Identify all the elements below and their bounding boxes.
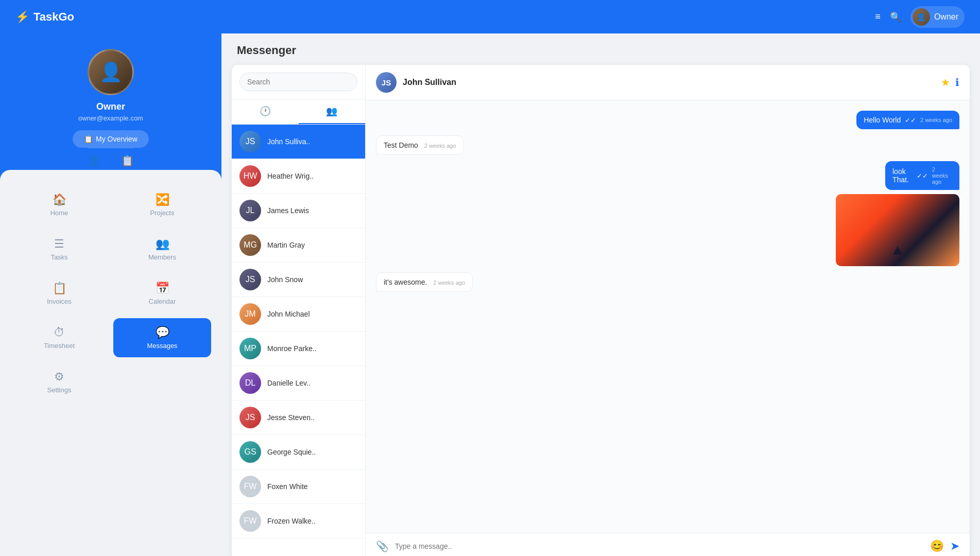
header-right: ≡ 🔍 👤 Owner bbox=[875, 6, 965, 28]
contact-avatar: HW bbox=[239, 165, 261, 187]
contact-avatar: JL bbox=[239, 200, 261, 221]
nav-invoices-label: Invoices bbox=[47, 298, 72, 305]
header-avatar: 👤 bbox=[913, 8, 930, 26]
sidebar-nav: 🏠 Home 🔀 Projects ☰ Tasks 👥 Members 📋 In… bbox=[0, 170, 221, 556]
chat-contact-name: John Sullivan bbox=[403, 78, 456, 87]
logo-icon: ⚡ bbox=[15, 10, 29, 24]
msg-time: 2 weeks ago bbox=[424, 143, 456, 149]
contact-avatar: FW bbox=[239, 510, 261, 532]
sidebar-profile: 👤 Owner owner@example.com 📋 My Overview … bbox=[0, 33, 221, 188]
contact-foxen[interactable]: FW Foxen White bbox=[232, 470, 365, 504]
nav-settings[interactable]: ⚙ Settings bbox=[10, 362, 108, 402]
home-icon: 🏠 bbox=[53, 193, 66, 206]
msg-text: it's awesome. bbox=[384, 278, 427, 286]
message-received-2: it's awesome. 2 weeks ago bbox=[376, 272, 959, 292]
contact-george[interactable]: GS George Squie.. bbox=[232, 435, 365, 470]
search-input[interactable] bbox=[239, 73, 357, 91]
nav-messages-label: Messages bbox=[147, 342, 177, 350]
contact-tabs: 🕐 👥 bbox=[232, 99, 365, 125]
tab-contacts[interactable]: 👥 bbox=[299, 99, 366, 124]
contact-avatar: JS bbox=[239, 407, 261, 428]
chat-input-area: 📎 😊 ➤ bbox=[366, 533, 970, 556]
contact-name: Frozen Walke.. bbox=[267, 517, 316, 525]
chat-header: JS John Sullivan ★ ℹ bbox=[366, 65, 970, 100]
tab-recent[interactable]: 🕐 bbox=[232, 99, 299, 124]
contact-panel: 🕐 👥 JS John Sulliva.. HW Heather Wrig.. … bbox=[232, 65, 366, 556]
nav-projects-label: Projects bbox=[150, 209, 175, 217]
attach-icon[interactable]: 📎 bbox=[376, 540, 389, 552]
contact-avatar: GS bbox=[239, 441, 261, 463]
nav-home-label: Home bbox=[50, 209, 68, 217]
message-input[interactable] bbox=[395, 542, 924, 550]
contact-avatar: DL bbox=[239, 372, 261, 394]
nav-invoices[interactable]: 📋 Invoices bbox=[10, 274, 108, 313]
overview-icon: 📋 bbox=[84, 135, 93, 143]
nav-tasks-label: Tasks bbox=[50, 253, 67, 261]
nav-projects[interactable]: 🔀 Projects bbox=[113, 185, 211, 224]
message-sent-1: Hello World ✓✓ 2 weeks ago bbox=[376, 111, 959, 129]
received-bubble: it's awesome. 2 weeks ago bbox=[376, 272, 473, 292]
contact-list: JS John Sulliva.. HW Heather Wrig.. JL J… bbox=[232, 125, 365, 556]
nav-members[interactable]: 👥 Members bbox=[113, 230, 211, 269]
messenger-container: 🕐 👥 JS John Sulliva.. HW Heather Wrig.. … bbox=[232, 65, 970, 556]
nav-timesheet[interactable]: ⏱ Timesheet bbox=[10, 318, 108, 357]
nav-calendar-label: Calendar bbox=[149, 298, 176, 305]
contact-john-sullivan[interactable]: JS John Sulliva.. bbox=[232, 125, 365, 159]
contact-martin[interactable]: MG Martin Gray bbox=[232, 228, 365, 263]
profile-avatar: 👤 bbox=[88, 49, 134, 95]
contact-avatar: JS bbox=[239, 131, 261, 152]
contact-name: Monroe Parke.. bbox=[267, 344, 317, 353]
overview-button[interactable]: 📋 My Overview bbox=[73, 130, 149, 148]
search-box bbox=[232, 65, 365, 99]
nav-timesheet-label: Timesheet bbox=[44, 342, 75, 350]
sent-bubble: Hello World ✓✓ 2 weeks ago bbox=[856, 111, 959, 129]
contact-monroe[interactable]: MP Monroe Parke.. bbox=[232, 332, 365, 366]
contact-name: George Squie.. bbox=[267, 448, 316, 456]
nav-calendar[interactable]: 📅 Calendar bbox=[113, 274, 211, 313]
contact-john-michael[interactable]: JM John Michael bbox=[232, 297, 365, 332]
info-icon[interactable]: ℹ bbox=[955, 76, 959, 89]
timesheet-icon: ⏱ bbox=[54, 326, 65, 339]
checkmarks: ✓✓ bbox=[917, 172, 928, 180]
contact-danielle[interactable]: DL Danielle Lev.. bbox=[232, 366, 365, 401]
nav-messages[interactable]: 💬 Messages bbox=[113, 318, 211, 357]
contact-avatar: MG bbox=[239, 234, 261, 256]
page-title: Messenger bbox=[221, 33, 980, 65]
user-badge[interactable]: 👤 Owner bbox=[910, 6, 965, 28]
sidebar-person-tab[interactable]: 👤 bbox=[88, 154, 100, 167]
settings-icon: ⚙ bbox=[54, 370, 64, 384]
contact-name: Martin Gray bbox=[267, 241, 305, 249]
sidebar-profile-tabs: 👤 📋 bbox=[88, 148, 134, 173]
contact-john-snow[interactable]: JS John Snow bbox=[232, 263, 365, 297]
contact-name: Jesse Steven.. bbox=[267, 413, 315, 422]
send-icon[interactable]: ➤ bbox=[950, 540, 959, 553]
contact-avatar: FW bbox=[239, 476, 261, 497]
msg-time: 2 weeks ago bbox=[433, 280, 465, 286]
msg-text: Hello World bbox=[864, 116, 901, 124]
contact-name: John Michael bbox=[267, 310, 310, 318]
tasks-icon: ☰ bbox=[54, 237, 64, 251]
star-icon[interactable]: ★ bbox=[941, 76, 950, 89]
chat-messages: Hello World ✓✓ 2 weeks ago Test Demo 2 w… bbox=[366, 100, 970, 533]
contact-frozen[interactable]: FW Frozen Walke.. bbox=[232, 504, 365, 538]
contact-james[interactable]: JL James Lewis bbox=[232, 194, 365, 228]
nav-tasks[interactable]: ☰ Tasks bbox=[10, 230, 108, 269]
msg-time: 2 weeks ago bbox=[920, 117, 952, 123]
profile-email: owner@example.com bbox=[78, 114, 143, 122]
sidebar-list-tab[interactable]: 📋 bbox=[121, 154, 134, 167]
app-logo: ⚡ TaskGo bbox=[15, 10, 74, 24]
contact-heather[interactable]: HW Heather Wrig.. bbox=[232, 159, 365, 194]
contact-avatar: MP bbox=[239, 338, 261, 359]
emoji-icon[interactable]: 😊 bbox=[930, 540, 944, 553]
main-content: Messenger 🕐 👥 JS John Sulliva.. HW Heath… bbox=[221, 0, 980, 556]
top-header: ⚡ TaskGo ≡ 🔍 👤 Owner bbox=[0, 0, 980, 33]
contact-name: Heather Wrig.. bbox=[267, 172, 314, 180]
msg-time: 2 weeks ago bbox=[932, 166, 952, 185]
contact-name: John Sulliva.. bbox=[267, 137, 310, 146]
message-sent-2: look That. ✓✓ 2 weeks ago bbox=[376, 161, 959, 266]
search-icon[interactable]: 🔍 bbox=[890, 11, 901, 23]
contact-jesse[interactable]: JS Jesse Steven.. bbox=[232, 401, 365, 435]
contact-name: Foxen White bbox=[267, 482, 308, 491]
menu-icon[interactable]: ≡ bbox=[875, 11, 881, 22]
nav-home[interactable]: 🏠 Home bbox=[10, 185, 108, 224]
